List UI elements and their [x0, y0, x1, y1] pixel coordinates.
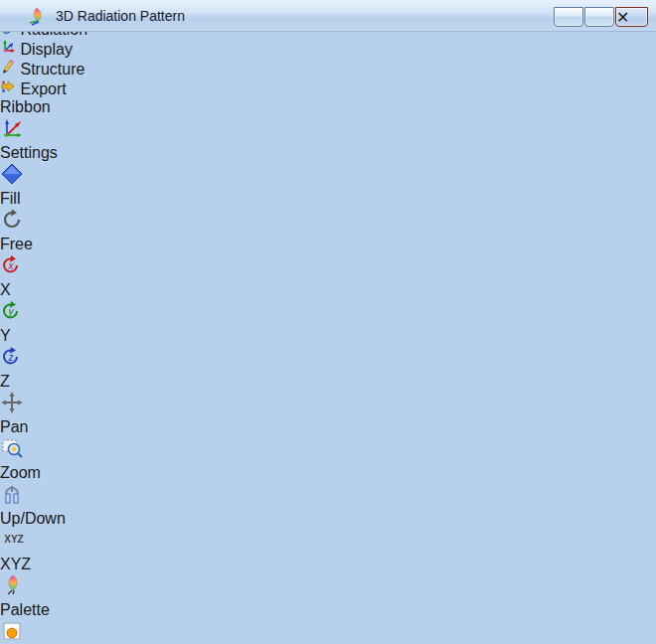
rotate-y-icon: y	[0, 309, 22, 326]
tab-display[interactable]: Display	[0, 39, 656, 59]
tab-structure[interactable]: Structure	[0, 59, 656, 79]
updown-button[interactable]: Up/Down	[0, 482, 52, 528]
ribbon-rail-label: Ribbon	[0, 98, 51, 115]
svg-text:x: x	[8, 260, 15, 271]
button-label: X	[0, 281, 11, 298]
close-icon: ✕	[616, 8, 647, 27]
button-label: Pan	[0, 418, 28, 435]
palette-button[interactable]: Palette	[0, 573, 48, 619]
button-label: Palette	[0, 601, 50, 618]
rotate-x-icon: x	[0, 263, 22, 280]
button-label: XYZ	[0, 556, 31, 572]
title-bar[interactable]: 3D Radiation Pattern ✕	[0, 0, 656, 32]
zoom-button[interactable]: Zoom	[0, 436, 38, 482]
pan-icon	[0, 401, 24, 417]
button-label: Free	[0, 236, 33, 252]
isotropic-icon	[0, 629, 24, 644]
updown-icon	[0, 492, 24, 509]
settings-axes-icon	[0, 126, 24, 143]
rotate-x-button[interactable]: x X	[0, 253, 22, 299]
tab-export[interactable]: Export	[0, 79, 656, 98]
tab-label: Display	[20, 41, 72, 58]
button-label: Up/Down	[0, 510, 66, 527]
fill-button[interactable]: Fill	[0, 162, 30, 208]
rotate-y-button[interactable]: y Y	[0, 299, 22, 345]
settings-button[interactable]: Settings	[0, 116, 44, 162]
close-button[interactable]: ✕	[615, 7, 648, 27]
display-axes-icon	[0, 39, 16, 55]
palette-lobe-icon	[0, 583, 24, 600]
button-label: Y	[0, 327, 11, 344]
xyz-button[interactable]: XYZ XYZ	[0, 528, 34, 573]
tab-label: Structure	[20, 61, 84, 78]
rotate-free-icon	[0, 218, 24, 235]
xyz-text-icon: XYZ	[0, 538, 28, 555]
structure-pencil-icon	[0, 59, 16, 75]
window-title: 3D Radiation Pattern	[56, 8, 185, 24]
rotate-free-button[interactable]: Free	[0, 208, 36, 253]
button-label: Z	[0, 373, 10, 390]
export-arrow-icon	[0, 79, 16, 94]
isotropic-button[interactable]: Isotropic	[0, 619, 52, 644]
button-label: Settings	[0, 144, 58, 161]
ribbon-rail[interactable]: Ribbon	[0, 98, 656, 116]
pan-button[interactable]: Pan	[0, 391, 30, 436]
maximize-button[interactable]	[584, 7, 614, 27]
display-toolbar: Settings Fill Free	[0, 116, 656, 644]
app-icon	[26, 6, 46, 30]
rotate-z-button[interactable]: z Z	[0, 345, 22, 391]
minimize-button[interactable]	[554, 7, 583, 27]
svg-text:XYZ: XYZ	[4, 534, 23, 545]
svg-text:y: y	[8, 306, 15, 317]
button-label: Zoom	[0, 464, 41, 481]
zoom-region-icon	[0, 446, 24, 463]
radiation-pattern-window: 3D Radiation Pattern ✕ ✕ Radiation	[0, 0, 656, 644]
svg-text:z: z	[8, 352, 14, 363]
tab-label: Export	[20, 80, 66, 97]
fill-diamond-icon	[0, 172, 24, 189]
button-label: Fill	[0, 190, 20, 207]
rotate-z-icon: z	[0, 355, 22, 372]
